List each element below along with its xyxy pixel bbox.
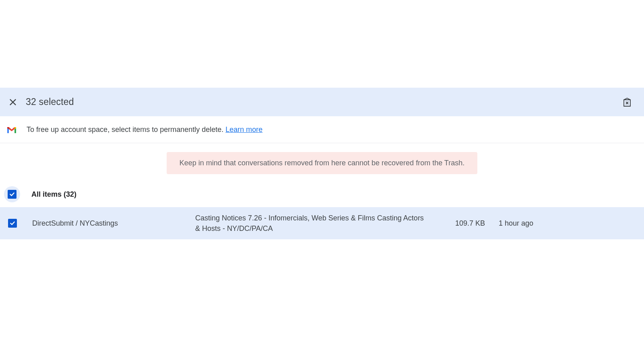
delete-forever-button[interactable] <box>621 97 633 108</box>
info-bar: To free up account space, select items t… <box>0 117 644 143</box>
email-subject: Casting Notices 7.26 - Infomercials, Web… <box>195 213 429 234</box>
gmail-logo-icon <box>6 126 17 134</box>
email-row[interactable]: DirectSubmit / NYCastings Casting Notice… <box>0 207 644 239</box>
close-selection-button[interactable] <box>8 97 18 107</box>
warning-banner: Keep in mind that conversations removed … <box>167 152 477 174</box>
select-all-checkbox[interactable] <box>4 186 20 202</box>
info-text: To free up account space, select items t… <box>27 125 262 134</box>
all-items-label: All items (32) <box>31 190 76 199</box>
delete-forever-icon <box>623 97 632 107</box>
row-checkbox[interactable] <box>8 219 17 228</box>
info-text-content: To free up account space, select items t… <box>27 125 225 134</box>
checkmark-icon <box>9 191 15 197</box>
all-items-row[interactable]: All items (32) <box>0 181 644 207</box>
email-time: 1 hour ago <box>485 219 574 228</box>
selected-count-text: 32 selected <box>26 97 74 107</box>
email-size: 109.7 KB <box>429 219 485 228</box>
warning-text: Keep in mind that conversations removed … <box>180 159 464 167</box>
email-sender: DirectSubmit / NYCastings <box>32 219 195 228</box>
close-icon <box>8 98 17 107</box>
learn-more-link[interactable]: Learn more <box>225 125 262 134</box>
checkmark-icon <box>9 220 16 226</box>
selection-bar: 32 selected <box>0 88 644 117</box>
